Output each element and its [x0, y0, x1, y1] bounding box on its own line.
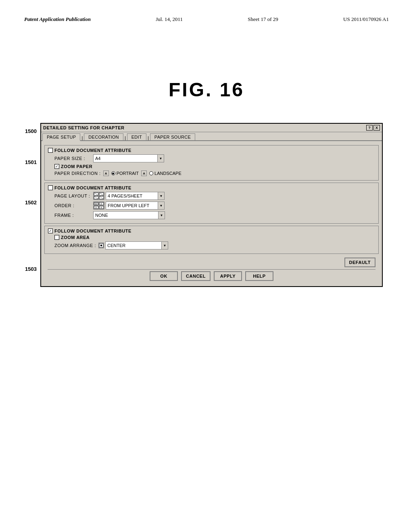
annotation-1501: 1501 — [25, 159, 37, 165]
portrait-label: PORTRAIT — [117, 171, 139, 176]
annotation-1502: 1502 — [25, 200, 37, 206]
section2-follow-checkbox[interactable] — [48, 185, 53, 190]
order-field: 1 2 3 4 FROM UPPER LEFT ▼ — [93, 202, 165, 210]
svg-text:4: 4 — [101, 206, 102, 209]
publication-label: Patent Application Publication — [24, 16, 91, 23]
frame-field: NONE ▼ — [93, 211, 165, 219]
portrait-icon: A — [103, 170, 109, 176]
page-header: Patent Application Publication Jul. 14, … — [24, 16, 389, 23]
zoom-arrange-dropdown[interactable]: ▼ — [162, 241, 168, 249]
svg-line-7 — [99, 196, 104, 199]
section1-follow-label: FOLLOW DOCUMENT ATTRIBUTE — [54, 148, 131, 153]
order-row: ORDER : 1 2 3 4 — [54, 202, 375, 210]
zoom-area-checkbox[interactable] — [54, 235, 59, 240]
paper-direction-row: PAPER DIRECTION : A PORTRAIT A LANDSCAPE — [54, 170, 375, 176]
svg-rect-17 — [100, 245, 102, 246]
zoom-arrange-row: ZOOM ARRANGE : CENTER ▼ — [54, 241, 375, 249]
zoom-arrange-input[interactable]: CENTER — [105, 241, 162, 249]
layout-icon — [93, 192, 104, 200]
tab-paper-source[interactable]: PAPER SOURCE — [150, 133, 195, 140]
title-buttons: ? X — [366, 125, 380, 131]
svg-text:2: 2 — [101, 203, 102, 205]
paper-direction-label: PAPER DIRECTION : — [54, 171, 101, 176]
tab-edit[interactable]: EDIT — [127, 133, 146, 140]
section3-follow-checkbox[interactable] — [48, 229, 53, 233]
section2-follow-label: FOLLOW DOCUMENT ATTRIBUTE — [54, 185, 131, 190]
default-button[interactable]: DEFAULT — [344, 258, 375, 267]
dialog-title: DETAILED SETTING FOR CHAPTER — [43, 125, 124, 130]
paper-size-field: A4 ▼ — [93, 154, 164, 162]
zoom-paper-container: ZOOM PAPER — [54, 164, 375, 169]
order-dropdown[interactable]: ▼ — [158, 202, 165, 210]
zoom-paper-label: ZOOM PAPER — [61, 164, 92, 169]
help-title-btn[interactable]: ? — [366, 125, 373, 131]
portrait-radio[interactable] — [111, 171, 115, 175]
section-1503: FOLLOW DOCUMENT ATTRIBUTE ZOOM AREA ZOOM… — [44, 226, 379, 254]
landscape-radio[interactable] — [149, 171, 153, 175]
frame-dropdown[interactable]: ▼ — [159, 211, 165, 219]
bottom-area: DEFAULT OK CANCEL APPLY HELP — [44, 256, 379, 284]
cancel-button[interactable]: CANCEL — [181, 271, 211, 281]
apply-button[interactable]: APPLY — [214, 271, 242, 281]
section1-follow-checkbox[interactable] — [48, 148, 53, 153]
order-icon: 1 2 3 4 — [93, 202, 104, 210]
section-1501: FOLLOW DOCUMENT ATTRIBUTE PAPER SIZE : A… — [44, 145, 379, 181]
landscape-icon: A — [141, 170, 147, 176]
page-layout-label: PAGE LAYOUT : — [54, 193, 91, 198]
zoom-arrange-label: ZOOM ARRANGE : — [54, 243, 96, 248]
dialog-content: FOLLOW DOCUMENT ATTRIBUTE PAPER SIZE : A… — [41, 141, 382, 286]
action-btn-row: OK CANCEL APPLY HELP — [48, 269, 375, 283]
svg-line-5 — [99, 193, 104, 195]
figure-title: FIG. 16 — [0, 79, 413, 101]
order-input[interactable]: FROM UPPER LEFT — [106, 202, 158, 210]
paper-size-input[interactable]: A4 — [93, 154, 158, 162]
default-btn-row: DEFAULT — [48, 258, 375, 267]
page-layout-field: 4 PAGES/SHEET ▼ — [93, 192, 165, 200]
zoom-arrange-icon — [98, 243, 104, 248]
annotation-1503: 1503 — [25, 266, 37, 272]
svg-line-6 — [94, 196, 98, 199]
section3-follow-label: FOLLOW DOCUMENT ATTRIBUTE — [54, 229, 131, 233]
landscape-label: LANDSCAPE — [154, 171, 181, 176]
svg-line-4 — [94, 193, 98, 195]
section3-follow-attr: FOLLOW DOCUMENT ATTRIBUTE — [48, 229, 375, 233]
frame-input[interactable]: NONE — [93, 211, 159, 219]
dialog-titlebar: DETAILED SETTING FOR CHAPTER ? X — [41, 124, 382, 132]
paper-size-row: PAPER SIZE : A4 ▼ — [54, 154, 375, 162]
section1-follow-attr: FOLLOW DOCUMENT ATTRIBUTE — [48, 148, 375, 153]
portrait-radio-item: PORTRAIT — [111, 171, 139, 176]
svg-text:3: 3 — [96, 206, 97, 209]
tab-bar: PAGE SETUP | DECORATION | EDIT | PAPER S… — [41, 132, 382, 141]
page-layout-row: PAGE LAYOUT : — [54, 192, 375, 200]
svg-text:1: 1 — [96, 203, 97, 205]
paper-size-label: PAPER SIZE : — [54, 156, 91, 161]
paper-size-dropdown[interactable]: ▼ — [158, 154, 164, 162]
ok-button[interactable]: OK — [150, 271, 178, 281]
dialog-detailed-setting: DETAILED SETTING FOR CHAPTER ? X PAGE SE… — [40, 123, 383, 287]
zoom-arrange-group: CENTER ▼ — [98, 241, 168, 249]
order-label: ORDER : — [54, 203, 91, 208]
section-1502: FOLLOW DOCUMENT ATTRIBUTE PAGE LAYOUT : — [44, 183, 379, 224]
frame-label: FRAME : — [54, 213, 91, 218]
zoom-paper-checkbox[interactable] — [54, 164, 59, 169]
page-layout-input[interactable]: 4 PAGES/SHEET — [106, 192, 158, 200]
tab-decoration[interactable]: DECORATION — [84, 133, 123, 140]
landscape-radio-item: LANDSCAPE — [149, 171, 181, 176]
help-button[interactable]: HELP — [245, 271, 273, 281]
frame-row: FRAME : NONE ▼ — [54, 211, 375, 219]
zoom-area-container: ZOOM AREA — [54, 235, 375, 240]
close-title-btn[interactable]: X — [373, 125, 380, 131]
page-layout-dropdown[interactable]: ▼ — [158, 192, 165, 200]
section2-follow-attr: FOLLOW DOCUMENT ATTRIBUTE — [48, 185, 375, 190]
tab-page-setup[interactable]: PAGE SETUP — [42, 133, 80, 141]
annotation-1500: 1500 — [25, 128, 37, 134]
patent-number: US 2011/0170926 A1 — [343, 16, 389, 23]
zoom-area-label: ZOOM AREA — [61, 235, 90, 240]
date-label: Jul. 14, 2011 — [156, 16, 183, 23]
sheet-label: Sheet 17 of 29 — [248, 16, 278, 23]
